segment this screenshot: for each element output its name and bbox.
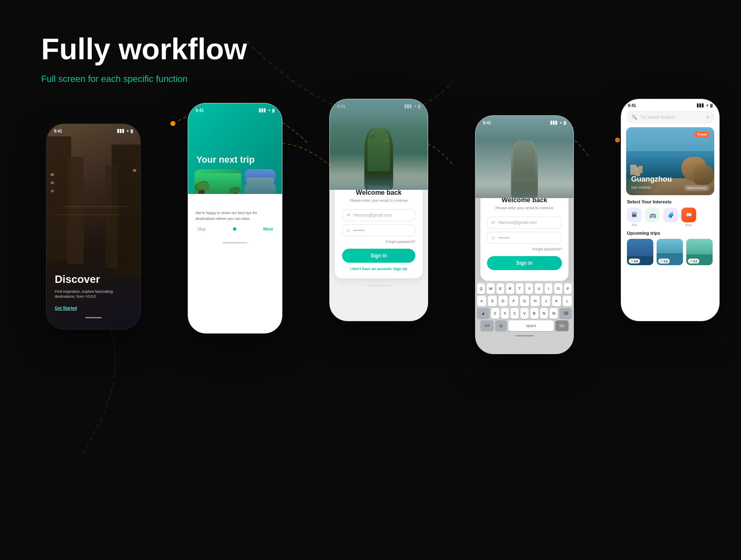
phone4-email-input[interactable]: ✉ Harrison@gmail.com (487, 217, 562, 229)
key-k[interactable]: K (552, 296, 561, 306)
phone2-navigation: Skip Next (196, 226, 275, 231)
phone4-signin-button[interactable]: Sign in (487, 256, 562, 270)
home-indicator (85, 317, 102, 318)
key-m[interactable]: M (550, 308, 558, 319)
subtitle: Full screen for each specific function (41, 74, 247, 84)
forgot-password-link[interactable]: Forgot password? (342, 240, 415, 244)
phone4-password-input[interactable]: ⊙ •••••••• (487, 232, 562, 244)
key-h[interactable]: H (531, 296, 540, 306)
battery-icon: ▓ (272, 109, 275, 112)
key-space[interactable]: space (508, 320, 554, 331)
email-icon: ✉ (347, 213, 350, 217)
trip-card-3[interactable]: ★ 5.2 (686, 239, 713, 265)
key-numbers[interactable]: 123 (480, 320, 494, 331)
home-indicator (223, 242, 247, 243)
keyboard-row-3: ▲ Z X C V B N M ⌫ (477, 308, 572, 319)
phone3-login-card: Welcome back Please enter your email to … (335, 182, 423, 278)
home-indicator (515, 335, 534, 336)
password-placeholder: •••••••• (353, 228, 365, 233)
key-l[interactable]: L (563, 296, 572, 306)
key-s[interactable]: S (488, 296, 497, 306)
key-u[interactable]: U (535, 283, 543, 294)
key-emoji[interactable]: ☺ (495, 320, 507, 331)
keyboard-row-4: 123 ☺ space Go (477, 320, 572, 331)
key-r[interactable]: R (506, 283, 514, 294)
key-g[interactable]: G (520, 296, 529, 306)
key-n[interactable]: N (540, 308, 548, 319)
battery-icon: ▓ (710, 104, 713, 107)
next-button[interactable]: Next (263, 226, 273, 231)
key-d[interactable]: D (499, 296, 508, 306)
key-c[interactable]: C (510, 308, 519, 319)
key-i[interactable]: I (545, 283, 552, 294)
keyboard-row-1: Q W E R T Y U I O P (477, 283, 572, 294)
phone2-status-icons: ▋▋▋ ▼ ▓ (259, 109, 275, 112)
email-input[interactable]: ✉ Harrison@gmail.com (342, 209, 415, 221)
phone2-top-section: 9:41 ▋▋▋ ▼ ▓ Your next trip (188, 103, 282, 194)
city-name: Guangzhou (631, 175, 672, 184)
key-b[interactable]: B (530, 308, 538, 319)
no-account-text: I don't have an account. (350, 267, 392, 271)
signin-button[interactable]: Sign in (342, 249, 415, 263)
search-icon: 🔍 (631, 114, 637, 120)
email-icon: ✉ (492, 220, 495, 225)
phone1-title: Discover (55, 273, 132, 286)
phone2-body: We're happy to share our best tips for d… (188, 194, 282, 238)
key-a[interactable]: A (477, 296, 486, 306)
key-q[interactable]: Q (477, 283, 485, 294)
key-z[interactable]: Z (491, 308, 499, 319)
wifi-icon: ▼ (706, 104, 709, 107)
phone5-time: 9:41 (628, 103, 636, 108)
password-placeholder: •••••••• (498, 236, 510, 240)
interest-fun[interactable]: 🏛 Fun (627, 208, 642, 226)
login-title: Welcome back (342, 189, 415, 196)
key-f[interactable]: F (509, 296, 518, 306)
search-bar[interactable]: 🔍 Try search location ≡ (626, 111, 714, 123)
skip-button[interactable]: Skip (197, 226, 206, 231)
key-v[interactable]: V (520, 308, 529, 319)
key-x[interactable]: X (501, 308, 509, 319)
key-go[interactable]: Go (555, 320, 569, 331)
email-placeholder: Harrison@gmail.com (498, 220, 537, 225)
key-o[interactable]: O (554, 283, 562, 294)
phone4-login-card: Welcome back Please enter your email to … (480, 190, 569, 281)
signal-icon: ▋▋▋ (259, 109, 266, 112)
login-subtitle: Please enter your email to continue (342, 198, 415, 203)
key-shift[interactable]: ▲ (477, 308, 489, 319)
phone4-forgot-password[interactable]: Forgot password? (487, 247, 562, 251)
phone-discover: 9:41 ▋▋▋ ▼ ▓ Discover Find inspiration, … (46, 124, 141, 329)
interest-luggage[interactable]: 🧳 (663, 208, 678, 226)
password-input[interactable]: ⊙ •••••••• (342, 224, 415, 236)
key-delete[interactable]: ⌫ (559, 308, 572, 319)
phone2-status: 9:41 ▋▋▋ ▼ ▓ (196, 108, 275, 113)
key-e[interactable]: E (496, 283, 504, 294)
phone-home-screen: 9:41 ▋▋▋ ▼ ▓ 🔍 Try search location ≡ (621, 99, 720, 321)
phone4-status: 9:41 ▋▋▋ ▼ ▓ (483, 121, 566, 125)
phone-login-keyboard: 9:41 ▋▋▋ ▼ ▓ Welcome back Please enter y… (475, 115, 574, 354)
interest-icon-transport: 🚌 (645, 208, 660, 222)
city-subtitle: San Antonio (631, 185, 651, 189)
phone2-hero-title: Your next trip (196, 154, 254, 165)
main-title: Fully workflow (41, 33, 247, 65)
interest-transport[interactable]: 🚌 (645, 208, 660, 226)
signup-button[interactable]: Sign Up (393, 267, 407, 271)
interest-icon-book: 📖 (681, 208, 696, 222)
key-w[interactable]: W (487, 283, 494, 294)
trip-card-1[interactable]: ★ 4.6 (627, 239, 653, 265)
key-t[interactable]: T (516, 283, 524, 294)
trip-card-2[interactable]: ★ 3.8 (657, 239, 683, 265)
trip-rating-3: ★ 5.2 (688, 259, 699, 264)
phone1-desc: Find inspiration, explore fascinating de… (55, 289, 132, 299)
secondary-destination-card (245, 169, 276, 194)
key-y[interactable]: Y (525, 283, 533, 294)
phone4-time: 9:41 (483, 121, 491, 125)
hero-destination-card[interactable]: Travel Guangzhou San Antonio Recommend (626, 127, 714, 195)
key-j[interactable]: J (541, 296, 550, 306)
key-p[interactable]: P (564, 283, 572, 294)
get-started-button[interactable]: Get Started (55, 306, 132, 310)
interests-row: 🏛 Fun 🚌 🧳 📖 Book (621, 208, 719, 226)
filter-icon[interactable]: ≡ (706, 115, 709, 119)
keyboard-row-2: A S D F G H J K L (477, 296, 572, 306)
interest-book[interactable]: 📖 Book (681, 208, 696, 226)
phone4-hero-image: 9:41 ▋▋▋ ▼ ▓ (475, 116, 573, 198)
